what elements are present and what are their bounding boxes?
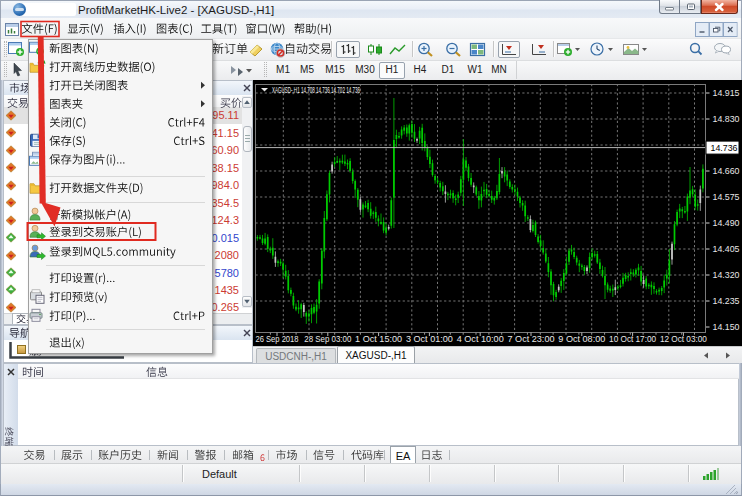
svg-text:4 Oct 10:00: 4 Oct 10:00 — [457, 334, 504, 344]
svg-text:14.490: 14.490 — [713, 218, 740, 228]
svg-text:7 Oct 23:00: 7 Oct 23:00 — [508, 334, 555, 344]
svg-text:14.235: 14.235 — [713, 296, 740, 306]
svg-text:14.736: 14.736 — [711, 143, 738, 153]
svg-text:9 Oct 08:00: 9 Oct 08:00 — [558, 334, 605, 344]
svg-text:14.915: 14.915 — [713, 88, 740, 98]
svg-text:14.150: 14.150 — [713, 322, 740, 332]
svg-text:28 Sep 03:00: 28 Sep 03:00 — [304, 334, 351, 344]
svg-text:14.575: 14.575 — [713, 192, 740, 202]
svg-text:14.405: 14.405 — [713, 244, 740, 254]
svg-text:12 Oct 03:00: 12 Oct 03:00 — [660, 334, 707, 344]
svg-text:1 Oct 15:00: 1 Oct 15:00 — [355, 334, 402, 344]
svg-text:26 Sep 2018: 26 Sep 2018 — [256, 334, 299, 344]
svg-text:14.830: 14.830 — [713, 114, 740, 124]
svg-text:3 Oct 01:00: 3 Oct 01:00 — [406, 334, 453, 344]
svg-text:14.660: 14.660 — [713, 166, 740, 176]
svg-text:14.320: 14.320 — [713, 270, 740, 280]
svg-text:XAGUSD-,H1 14.708 14.736 14.70: XAGUSD-,H1 14.708 14.736 14.702 14.736 — [272, 85, 360, 95]
svg-text:10 Oct 17:00: 10 Oct 17:00 — [609, 334, 656, 344]
